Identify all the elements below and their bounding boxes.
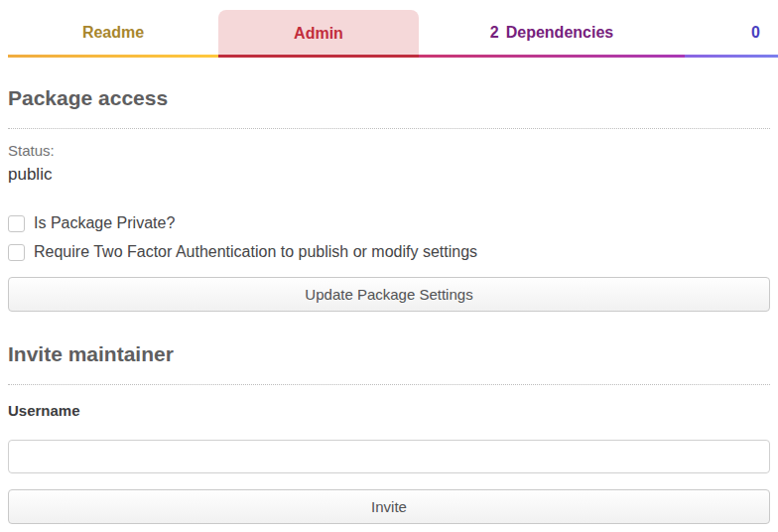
is-private-label: Is Package Private? — [34, 214, 175, 232]
tab-dependencies-count: 2 — [490, 24, 499, 42]
tab-dependencies[interactable]: 2 Dependencies — [419, 0, 685, 58]
divider — [8, 128, 770, 129]
tab-bar: Readme Admin 2 Dependencies 0 — [0, 0, 778, 58]
require-2fa-row: Require Two Factor Authentication to pub… — [8, 243, 770, 261]
is-private-row: Is Package Private? — [8, 214, 770, 232]
update-package-settings-button[interactable]: Update Package Settings — [8, 277, 770, 312]
username-label: Username — [8, 401, 770, 420]
admin-panel: Package access Status: public Is Package… — [0, 85, 778, 524]
tab-dependencies-label: Dependencies — [506, 24, 613, 42]
tab-admin-label: Admin — [294, 25, 343, 43]
tab-dependents-count: 0 — [751, 24, 760, 42]
username-input[interactable] — [8, 440, 770, 473]
tab-dependents[interactable]: 0 — [685, 0, 778, 58]
tab-readme-label: Readme — [82, 24, 144, 42]
invite-maintainer-title: Invite maintainer — [8, 341, 770, 367]
tab-admin[interactable]: Admin — [218, 10, 419, 58]
require-2fa-label: Require Two Factor Authentication to pub… — [34, 243, 477, 261]
tab-dependencies-underline — [419, 55, 685, 58]
tab-readme-underline — [8, 55, 218, 58]
tab-admin-underline — [218, 55, 419, 58]
divider — [8, 384, 770, 385]
tab-readme[interactable]: Readme — [8, 0, 218, 58]
status-value: public — [8, 164, 770, 185]
package-admin-page: Readme Admin 2 Dependencies 0 Package ac… — [0, 0, 778, 532]
require-2fa-checkbox[interactable] — [8, 244, 25, 261]
is-private-checkbox[interactable] — [8, 215, 25, 232]
package-access-title: Package access — [8, 85, 770, 111]
tab-dependents-underline — [685, 55, 778, 58]
status-label: Status: — [8, 142, 770, 160]
invite-button[interactable]: Invite — [8, 489, 770, 524]
